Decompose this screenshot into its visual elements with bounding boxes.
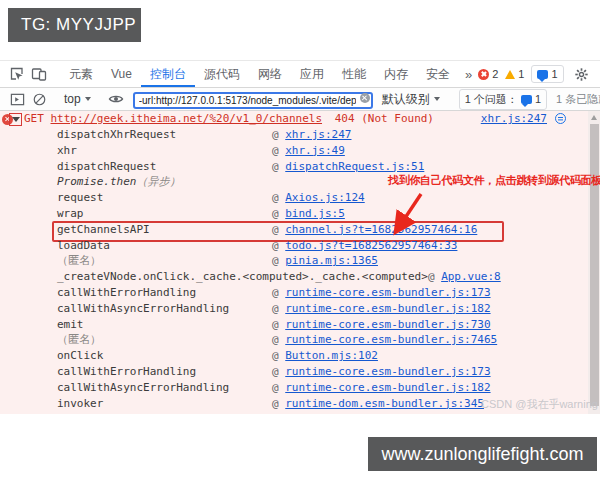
scrollbar-up-arrow-icon[interactable] [591,115,597,120]
source-location-link[interactable]: App.vue:8 [441,270,501,283]
source-location-link[interactable]: runtime-core.esm-bundler.js:7465 [285,333,497,346]
frame-context-selector[interactable]: top [60,92,95,106]
devtools-panel: 元素 Vue 控制台 源代码 网络 应用 性能 内存 安全 » 2 1 [0,60,600,414]
stack-list: dispatchXhrRequest@ xhr.js:247xhr@ xhr.j… [0,127,600,411]
annotation-arrow [380,183,435,238]
source-location-link[interactable]: runtime-core.esm-bundler.js:173 [285,365,490,378]
devtools-main-toolbar: 元素 Vue 控制台 源代码 网络 应用 性能 内存 安全 » 2 1 [0,61,600,88]
at-symbol: @ [272,365,285,378]
console-filter-box [133,90,373,109]
source-location-link[interactable]: Axios.js:124 [285,191,364,204]
at-symbol: @ [272,128,285,141]
console-filter-input[interactable] [133,92,373,109]
console-toolbar: top 默认级别 1 个问题： 1 [0,88,600,111]
tab-network[interactable]: 网络 [249,61,291,87]
at-symbol: @ [272,381,285,394]
at-symbol: @ [272,223,285,236]
top-left-tag-text: TG: MYYJJPP [21,15,136,35]
tab-elements[interactable]: 元素 [60,61,102,87]
source-location-link[interactable]: xhr.js:247 [285,128,351,141]
error-source-link[interactable]: xhr.js:247 [481,112,547,125]
stack-frame: emit@ runtime-core.esm-bundler.js:730 [0,317,600,333]
warning-count-badge[interactable]: 1 [505,68,524,80]
stack-frame: xhr@ xhr.js:49 [0,143,600,159]
stack-function-name: callWithErrorHandling [57,285,272,301]
messages-badge[interactable]: 1 [531,65,563,83]
source-location-link[interactable]: runtime-core.esm-bundler.js:173 [285,286,490,299]
stack-function-name: getChannelsAPI [57,222,272,238]
inspect-element-icon[interactable] [6,63,28,85]
console-sidebar-icon[interactable] [6,88,28,110]
at-symbol: @ [272,397,285,410]
source-location-link[interactable]: runtime-core.esm-bundler.js:182 [285,381,490,394]
stack-frame: _createVNode.onClick._cache.<computed>._… [0,269,600,285]
warning-count: 1 [518,68,524,80]
watermark-text: CSDN @我在乎warning [481,397,598,412]
top-left-tag: TG: MYYJJPP [8,8,141,42]
device-toolbar-icon[interactable] [28,63,50,85]
tab-sources[interactable]: 源代码 [195,61,249,87]
stack-frame: request@ Axios.js:124 [0,190,600,206]
error-count: 2 [492,68,498,80]
console-scrollbar[interactable] [588,111,600,414]
stack-frame: dispatchXhrRequest@ xhr.js:247 [0,127,600,143]
source-location-link[interactable]: dispatchRequest.js:51 [285,160,424,173]
stack-function-name: xhr [57,143,272,159]
at-symbol: @ [272,302,285,315]
tab-performance[interactable]: 性能 [333,61,375,87]
stack-frame: wrap@ bind.js:5 [0,206,600,222]
console-panel: GET http://geek.itheima.net/%20/v1_0/cha… [0,111,600,414]
source-location-link[interactable]: runtime-core.esm-bundler.js:182 [285,302,490,315]
source-location-link[interactable]: runtime-dom.esm-bundler.js:345 [285,397,484,410]
at-symbol: @ [272,191,285,204]
at-symbol: @ [272,254,285,267]
stack-frame: loadData@ todo.js?t=1682562957464:33 [0,238,600,254]
more-tabs-button[interactable]: » [459,61,478,87]
source-location-link[interactable]: xhr.js:49 [285,144,345,157]
scrollbar-thumb[interactable] [590,124,599,406]
settings-gear-icon[interactable] [571,63,593,85]
stack-function-name: loadData [57,238,272,254]
toolbar-right-group: 2 1 1 [478,63,600,85]
request-url-link[interactable]: http://geek.itheima.net/%20/v1_0/channel… [51,112,323,125]
stack-function-name: emit [57,317,272,333]
issues-button[interactable]: 1 个问题： 1 [459,89,547,110]
devtools-tabs: 元素 Vue 控制台 源代码 网络 应用 性能 内存 安全 » [60,61,478,87]
stack-function-name: dispatchRequest [57,159,272,175]
tab-vue[interactable]: Vue [102,61,141,87]
http-method: GET [24,112,44,125]
error-count-badge[interactable]: 2 [478,68,498,80]
clear-console-icon[interactable] [28,88,50,110]
tab-memory[interactable]: 内存 [375,61,417,87]
stack-frame: （匿名）@ runtime-core.esm-bundler.js:7465 [0,332,600,348]
stack-function-name: onClick [57,348,272,364]
source-location-link[interactable]: runtime-core.esm-bundler.js:730 [285,318,490,331]
source-location-link[interactable]: Button.mjs:102 [285,349,378,362]
tab-application[interactable]: 应用 [291,61,333,87]
tab-console[interactable]: 控制台 [141,61,195,87]
http-status: 404 (Not Found) [335,112,434,125]
stack-frame: （匿名）@ pinia.mjs:1365 [0,253,600,269]
live-expression-eye-icon[interactable] [105,88,127,110]
expand-stack-toggle[interactable] [9,113,22,126]
source-location-link[interactable]: bind.js:5 [285,207,345,220]
source-location-link[interactable]: pinia.mjs:1365 [285,254,378,267]
stack-function-name: request [57,190,272,206]
clear-filter-icon[interactable] [360,93,370,103]
log-level-selector[interactable]: 默认级别 [379,91,443,108]
bottom-right-tag-text: www.zunlonglifefight.com [381,444,583,465]
at-symbol: @ [428,270,441,283]
tab-security[interactable]: 安全 [417,61,459,87]
warning-icon [505,70,515,79]
source-location-link[interactable]: todo.js?t=1682562957464:33 [285,239,457,252]
stack-function-name: invoker [57,396,272,412]
error-text: GET http://geek.itheima.net/%20/v1_0/cha… [0,112,434,125]
stack-frame: callWithAsyncErrorHandling@ runtime-core… [0,301,600,317]
stack-frame: callWithErrorHandling@ runtime-core.esm-… [0,364,600,380]
stack-function-name: wrap [57,206,272,222]
at-symbol: @ [272,207,285,220]
async-label: （异步） [136,175,180,188]
stack-frame: onClick@ Button.mjs:102 [0,348,600,364]
issues-count: 1 [535,93,541,105]
issue-link-icon[interactable] [555,113,566,124]
